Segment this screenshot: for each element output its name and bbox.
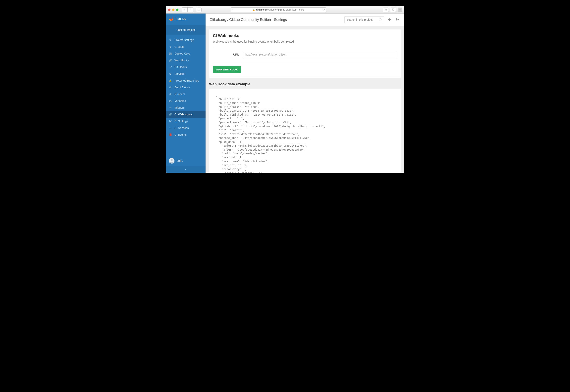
app-container: GitLab Back to project ✎Project Settings… [166, 14, 404, 173]
tabs-button[interactable] [390, 8, 396, 12]
link-icon: 🔗 [169, 113, 172, 116]
user-name: JobV [177, 159, 183, 162]
breadcrumb: GitLab.org / GitLab Community Edition · … [209, 18, 342, 22]
new-tab-button[interactable]: + [398, 8, 402, 12]
link-icon: 🔗 [169, 59, 172, 62]
building-icon: 🏛 [169, 120, 172, 123]
svg-rect-1 [198, 9, 198, 11]
back-to-project-link[interactable]: Back to project [166, 25, 205, 35]
sidebar-user[interactable]: JobV [166, 156, 205, 166]
group-icon: ⇪ [169, 45, 172, 48]
svg-rect-4 [392, 9, 394, 10]
sidebar-item-label: Audit Events [175, 86, 190, 89]
sidebar-item-runners[interactable]: ✲Runners [166, 91, 205, 98]
content-area: CI Web hooks Web Hooks can be used for b… [205, 26, 404, 173]
sidebar-item-project-settings[interactable]: ✎Project Settings [166, 37, 205, 43]
file-icon: 🗎 [169, 86, 172, 89]
main-content: GitLab.org / GitLab Community Edition · … [205, 14, 404, 173]
sidebar-item-label: Triggers [175, 106, 185, 109]
address-bar[interactable]: ≡ 🔒 gitlab.com/gitlab-org/gitlab-ce/ci_w… [231, 7, 326, 12]
url-text: gitlab.com/gitlab-org/gitlab-ce/ci_web_h… [256, 8, 304, 11]
sign-out-button[interactable] [395, 17, 400, 23]
nav-buttons: ‹ › [182, 7, 193, 12]
sidebar-item-label: CI Services [175, 126, 189, 129]
sidebar-item-label: CI Web Hooks [175, 113, 192, 116]
new-item-button[interactable]: ✚ [387, 17, 392, 23]
sidebar-item-label: Git Hooks [175, 66, 187, 69]
sidebar-item-protected-branches[interactable]: 🔒Protected Branches [166, 77, 205, 84]
avatar [169, 158, 175, 164]
code-example: { "build_id": 2, "build_name":"rspec_lin… [209, 89, 401, 173]
sidebar-item-ci-services[interactable]: ↪CI Services [166, 125, 205, 131]
url-label: URL [213, 53, 239, 56]
url-form-row: URL [213, 47, 397, 62]
sidebar-item-web-hooks[interactable]: 🔗Web Hooks [166, 57, 205, 64]
brand-name: GitLab [176, 17, 186, 21]
key-icon: ⚿ [169, 52, 172, 55]
lock-icon: 🔒 [169, 79, 172, 82]
sidebar-header[interactable]: GitLab [166, 14, 205, 25]
sidebar-item-groups[interactable]: ⇪Groups [166, 43, 205, 50]
sidebar-item-label: Project Settings [175, 38, 194, 42]
svg-point-8 [380, 18, 381, 20]
search-wrap [344, 16, 384, 23]
reload-icon[interactable]: ⟳ [323, 8, 325, 11]
share-button[interactable] [383, 8, 389, 12]
book-icon: 📕 [169, 133, 172, 136]
code-icon: </> [169, 99, 172, 102]
sidebar-item-label: Variables [175, 99, 186, 102]
close-window-button[interactable] [168, 9, 171, 11]
sidebar-item-ci-web-hooks[interactable]: 🔗CI Web Hooks [166, 111, 205, 118]
search-icon[interactable] [380, 18, 382, 21]
share-icon: ↪ [169, 126, 172, 129]
sidebar-item-ci-events[interactable]: 📕CI Events [166, 131, 205, 138]
sidebar-item-label: CI Settings [175, 120, 188, 123]
breadcrumb-section: Settings [274, 18, 287, 22]
sidebar-item-label: Groups [175, 45, 184, 48]
topbar: GitLab.org / GitLab Community Edition · … [205, 14, 404, 26]
sidebar-item-triggers[interactable]: ⇄Triggers [166, 104, 205, 111]
sidebar: GitLab Back to project ✎Project Settings… [166, 14, 205, 173]
retweet-icon: ⇄ [169, 106, 172, 109]
edit-icon: ✎ [169, 39, 172, 42]
reader-mode-icon[interactable]: ≡ [232, 8, 234, 11]
sidebar-item-label: Protected Branches [175, 79, 199, 82]
web-hooks-panel: CI Web hooks Web Hooks can be used for b… [209, 29, 401, 78]
sidebar-collapse-button[interactable]: ‹ [166, 166, 205, 173]
sidebar-item-audit-events[interactable]: 🗎Audit Events [166, 84, 205, 91]
forward-button[interactable]: › [187, 8, 193, 12]
sidebar-item-label: Runners [175, 93, 185, 96]
sidebar-item-label: Deploy Keys [175, 52, 190, 55]
gitlab-logo-icon [169, 17, 174, 21]
breadcrumb-org[interactable]: GitLab.org [209, 18, 226, 22]
minimize-window-button[interactable] [172, 9, 175, 11]
sidebar-item-services[interactable]: ⚙Services [166, 70, 205, 77]
sidebar-item-ci-settings[interactable]: 🏛CI Settings [166, 118, 205, 125]
git-icon: ⎇ [169, 66, 172, 69]
back-button[interactable]: ‹ [182, 8, 187, 12]
search-input[interactable] [344, 16, 384, 23]
window-controls [168, 9, 178, 11]
svg-point-6 [171, 159, 173, 161]
url-input[interactable] [243, 51, 397, 58]
browser-window: ‹ › ≡ 🔒 gitlab.com/gitlab-org/gitlab-ce/… [166, 6, 404, 173]
example-title: Web Hook data example [209, 82, 401, 86]
sidebar-item-label: Web Hooks [175, 59, 189, 62]
add-web-hook-button[interactable]: ADD WEB HOOK [213, 66, 241, 73]
sidebar-toggle-button[interactable] [196, 8, 202, 12]
lock-icon: 🔒 [252, 9, 255, 11]
cog-icon: ✲ [169, 93, 172, 96]
svg-line-9 [381, 20, 382, 20]
maximize-window-button[interactable] [176, 9, 178, 11]
breadcrumb-project[interactable]: GitLab Community Edition [229, 18, 271, 22]
sidebar-item-label: CI Events [175, 133, 187, 136]
page-title: CI Web hooks [213, 33, 397, 38]
browser-chrome: ‹ › ≡ 🔒 gitlab.com/gitlab-org/gitlab-ce/… [166, 6, 404, 14]
page-description: Web Hooks can be used for binding events… [213, 40, 397, 47]
sidebar-item-label: Services [175, 72, 185, 75]
sidebar-item-variables[interactable]: </>Variables [166, 98, 205, 104]
sidebar-item-deploy-keys[interactable]: ⚿Deploy Keys [166, 50, 205, 57]
sidebar-item-git-hooks[interactable]: ⎇Git Hooks [166, 64, 205, 70]
cogs-icon: ⚙ [169, 72, 172, 75]
